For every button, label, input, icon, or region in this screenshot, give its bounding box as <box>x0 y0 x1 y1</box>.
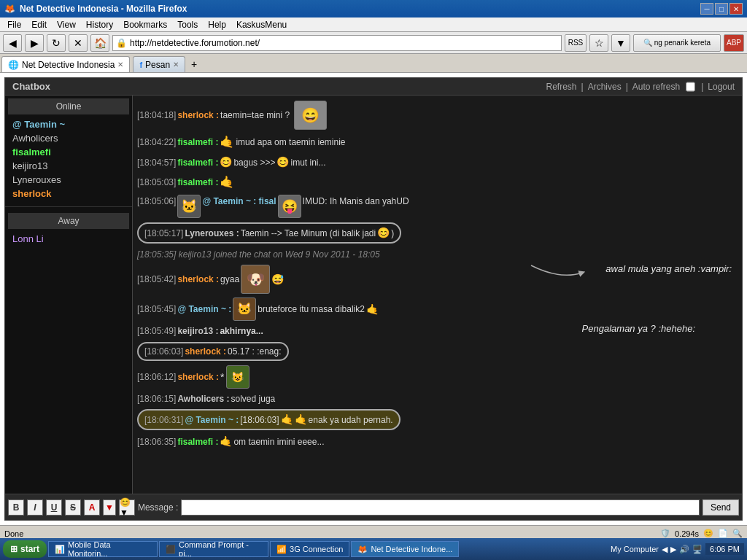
title-bar-controls: ─ □ ✕ <box>700 3 743 15</box>
msg2-user: fisalmefi : <box>177 136 218 149</box>
msg9-user: @ Taemin ~ : <box>177 303 231 316</box>
home-button[interactable]: 🏠 <box>90 34 109 52</box>
close-button[interactable]: ✕ <box>729 3 743 15</box>
network-icon[interactable]: 🖥️ <box>692 545 703 554</box>
menu-bookmarks[interactable]: Bookmarks <box>119 19 171 31</box>
reload-button[interactable]: ↻ <box>47 34 66 52</box>
msg11-time: [18:06:03] <box>144 345 183 358</box>
message-12: [18:06:12] sherlock : * 😺 <box>136 364 739 390</box>
refresh-button[interactable]: Refresh <box>546 82 577 92</box>
italic-button[interactable]: I <box>27 499 43 516</box>
user-lynerouxes[interactable]: Lynerouxes <box>8 173 129 187</box>
bold-button[interactable]: B <box>8 499 24 516</box>
message-11: [18:06:03] sherlock : 05.17 : :enag: <box>136 340 739 363</box>
msg10-text: akhirnya... <box>220 324 263 338</box>
url-input[interactable] <box>130 38 558 48</box>
tab-bar: 🌐 Net Detective Indonesia ✕ f Pesan ✕ + <box>0 54 747 73</box>
smiley-icon: 😊 <box>703 529 713 538</box>
away-section: Away Lonn Li <box>5 210 132 249</box>
shield-icon: 🛡️ <box>660 529 670 538</box>
message-input[interactable] <box>181 499 700 516</box>
menu-file[interactable]: File <box>3 19 26 31</box>
message-3: [18:04:57] fisalmefi : 😊 bagus >>> 😊 imu… <box>136 153 739 171</box>
menu-tools[interactable]: Tools <box>173 19 202 31</box>
archives-button[interactable]: Archives <box>588 82 622 92</box>
msg1-user: sherlock : <box>177 109 219 122</box>
user-taemin[interactable]: @ Taemin ~ <box>8 117 129 131</box>
tab2-close[interactable]: ✕ <box>173 61 179 69</box>
bookmark-star[interactable]: ☆ <box>589 34 608 52</box>
minimize-button[interactable]: ─ <box>700 3 713 15</box>
chatbox-container: Chatbox Refresh | Archives | Auto refres… <box>4 77 743 521</box>
taskbar-item-cmd[interactable]: ⬛ Command Prompt - pi... <box>159 541 268 557</box>
status-right: 🛡️ 0.294s 😊 📄 🔍 <box>660 529 743 538</box>
taskbar-item-monitoring[interactable]: 📊 Mobile Data Monitorin... <box>48 541 158 557</box>
new-tab-button[interactable]: + <box>185 56 203 72</box>
msg13-time: [18:06:15] <box>137 392 176 405</box>
user-awholicers[interactable]: Awholicers <box>8 131 129 145</box>
tab1-close[interactable]: ✕ <box>117 61 123 69</box>
tab1-favicon: 🌐 <box>8 60 19 70</box>
taskbar-item-3g[interactable]: 📶 3G Connection <box>270 541 349 557</box>
user-lonnli[interactable]: Lonn Li <box>8 232 129 246</box>
back-button[interactable]: ◀ <box>3 34 22 52</box>
search-profile[interactable]: 🔍 ng penarik kereta <box>633 34 721 52</box>
volume-icon[interactable]: 🔊 <box>679 545 689 554</box>
msg11-user: sherlock : <box>185 345 226 358</box>
user-keijiro13[interactable]: keijiro13 <box>8 159 129 173</box>
chatbox-header: Chatbox Refresh | Archives | Auto refres… <box>5 78 742 96</box>
msg14-user: @ Taemin ~ : <box>185 413 239 427</box>
menu-history[interactable]: History <box>82 19 117 31</box>
bookmarks-button[interactable]: ▼ <box>611 34 630 52</box>
msg13-text: solved juga <box>231 392 276 405</box>
start-button[interactable]: ⊞ start <box>3 540 47 558</box>
separator3: | <box>701 82 703 92</box>
strikethrough-button[interactable]: S <box>65 499 81 516</box>
logout-button[interactable]: Logout <box>708 82 735 92</box>
forward-button[interactable]: ▶ <box>25 34 44 52</box>
title-bar: 🦊 Net Detective Indonesia - Mozilla Fire… <box>0 0 747 18</box>
underline-button[interactable]: U <box>46 499 62 516</box>
menu-view[interactable]: View <box>53 19 80 31</box>
msg5-avatar1: 🐱 <box>177 195 201 218</box>
adblock-button[interactable]: ABP <box>724 34 744 52</box>
sidebar-divider <box>5 206 132 207</box>
color-indicator: ▼ <box>104 502 115 513</box>
taskbar-item-firefox[interactable]: 🦊 Net Detective Indone... <box>351 541 459 557</box>
nav-next-icon[interactable]: ▶ <box>670 545 676 554</box>
msg5-user: @ Taemin ~ : fisal <box>202 195 276 208</box>
chatbox-body: Online @ Taemin ~ Awholicers fisalmefi k… <box>5 96 742 494</box>
status-text: Done <box>4 529 23 538</box>
tab1-label: Net Detective Indonesia <box>22 60 115 70</box>
tab-netdetective[interactable]: 🌐 Net Detective Indonesia ✕ <box>1 56 130 72</box>
maximize-button[interactable]: □ <box>715 3 728 15</box>
nav-prev-icon[interactable]: ◀ <box>662 545 667 554</box>
message-14: [18:06:31] @ Taemin ~ : [18:06:03] 🤙 🤙 e… <box>136 408 739 432</box>
msg3-time: [18:04:57] <box>137 156 176 169</box>
stop-button[interactable]: ✕ <box>69 34 88 52</box>
menu-edit[interactable]: Edit <box>27 19 51 31</box>
auto-refresh-button[interactable]: Auto refresh <box>632 82 680 92</box>
msg15-text: om taemin imini eeee... <box>233 435 324 448</box>
msg13-user: Awholicers : <box>177 392 229 405</box>
menu-help[interactable]: Help <box>204 19 231 31</box>
firefox-icon: 🦊 <box>4 4 15 14</box>
chatbox-controls: Refresh | Archives | Auto refresh | Logo… <box>546 82 735 92</box>
emoji-button[interactable]: 😊▼ <box>119 499 135 516</box>
tab-pesan[interactable]: f Pesan ✕ <box>133 56 185 72</box>
user-sherlock[interactable]: sherlock <box>8 187 129 201</box>
msg5-time: [18:05:06] <box>137 195 176 208</box>
send-button[interactable]: Send <box>703 499 739 516</box>
color-button[interactable]: A <box>84 499 100 516</box>
my-computer-label[interactable]: My Computer <box>611 545 659 553</box>
browser-content: Chatbox Refresh | Archives | Auto refres… <box>0 73 747 525</box>
msg4-user: fisalmefi : <box>177 176 218 189</box>
msg11-text: 05.17 : :enag: <box>228 345 281 358</box>
chat-messages[interactable]: [18:04:18] sherlock : taemin=tae mini ? … <box>133 96 742 494</box>
msg6-highlight: [18:05:17] Lynerouxes : Taemin --> Tae M… <box>137 222 401 244</box>
auto-refresh-checkbox[interactable] <box>686 82 695 92</box>
rss-button[interactable]: RSS <box>565 34 587 52</box>
user-fisalmefi[interactable]: fisalmefi <box>8 145 129 159</box>
menu-kaskus[interactable]: KaskusMenu <box>232 19 291 31</box>
message-15: [18:06:35] fisalmefi : 🤙 om taemin imini… <box>136 432 739 451</box>
